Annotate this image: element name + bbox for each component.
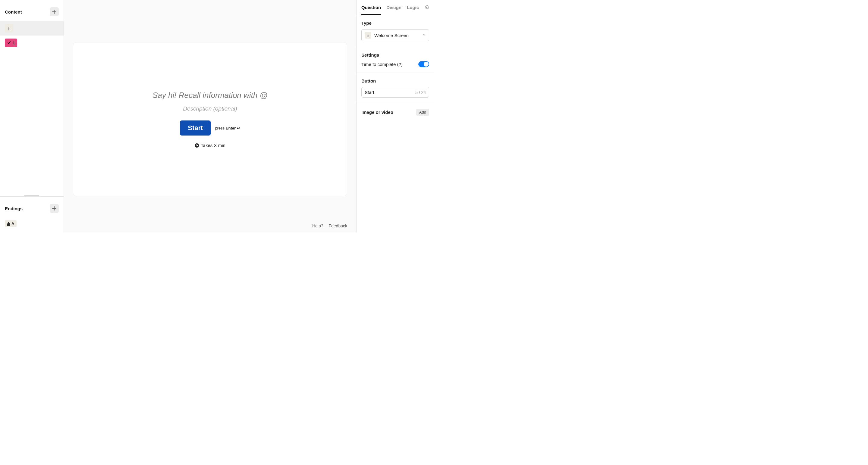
- question-badge: 1: [5, 38, 17, 47]
- time-to-complete-text: Takes X min: [195, 143, 225, 148]
- settings-label: Settings: [361, 53, 429, 58]
- chevron-down-icon: [422, 33, 426, 38]
- welcome-card: Say hi! Recall information with @ Descri…: [73, 42, 347, 196]
- sidebar-item-welcome[interactable]: [0, 21, 64, 36]
- plus-icon: [52, 10, 56, 14]
- welcome-description-input[interactable]: Description (optional): [183, 105, 237, 112]
- sidebar-item-question-1[interactable]: 1: [0, 36, 64, 50]
- help-link[interactable]: Help?: [312, 224, 323, 228]
- type-select-value: Welcome Screen: [374, 33, 409, 38]
- add-media-button[interactable]: Add: [416, 109, 429, 115]
- start-button[interactable]: Start: [180, 121, 211, 135]
- plus-icon: [52, 206, 56, 210]
- ending-badge: A: [5, 220, 17, 227]
- question-number: 1: [13, 41, 15, 45]
- feedback-link[interactable]: Feedback: [329, 224, 347, 228]
- enter-icon: ↵: [237, 126, 240, 130]
- sidebar-right: Question Design Logic Type Welcome Scree…: [356, 0, 434, 232]
- type-select[interactable]: Welcome Screen: [361, 29, 429, 41]
- button-text-input[interactable]: [365, 90, 401, 95]
- time-to-complete-label: Time to complete (?): [361, 62, 403, 67]
- canvas-area: Say hi! Recall information with @ Descri…: [64, 0, 356, 232]
- sidebar-left: Content 1 Endings: [0, 0, 64, 232]
- button-label: Button: [361, 78, 429, 84]
- settings-gear-button[interactable]: [424, 5, 429, 15]
- endings-section-title: Endings: [5, 206, 23, 211]
- tab-design[interactable]: Design: [386, 5, 401, 15]
- gear-icon: [424, 5, 429, 10]
- tab-logic[interactable]: Logic: [407, 5, 419, 15]
- clock-icon: [195, 143, 199, 147]
- check-icon: [7, 41, 11, 44]
- sidebar-item-ending-a[interactable]: A: [0, 218, 64, 230]
- add-content-button[interactable]: [50, 7, 59, 16]
- welcome-title-input[interactable]: Say hi! Recall information with @: [153, 91, 268, 100]
- press-enter-hint: press Enter ↵: [215, 126, 240, 130]
- time-to-complete-toggle[interactable]: [418, 61, 429, 67]
- add-ending-button[interactable]: [50, 204, 59, 213]
- button-char-count: 5 / 24: [415, 90, 426, 95]
- tab-question[interactable]: Question: [361, 5, 381, 15]
- content-section-title: Content: [5, 9, 22, 14]
- media-label: Image or video: [361, 110, 393, 115]
- type-label: Type: [361, 21, 429, 26]
- ending-letter: A: [11, 221, 14, 226]
- welcome-screen-icon: [365, 32, 371, 38]
- welcome-screen-icon: [5, 24, 13, 33]
